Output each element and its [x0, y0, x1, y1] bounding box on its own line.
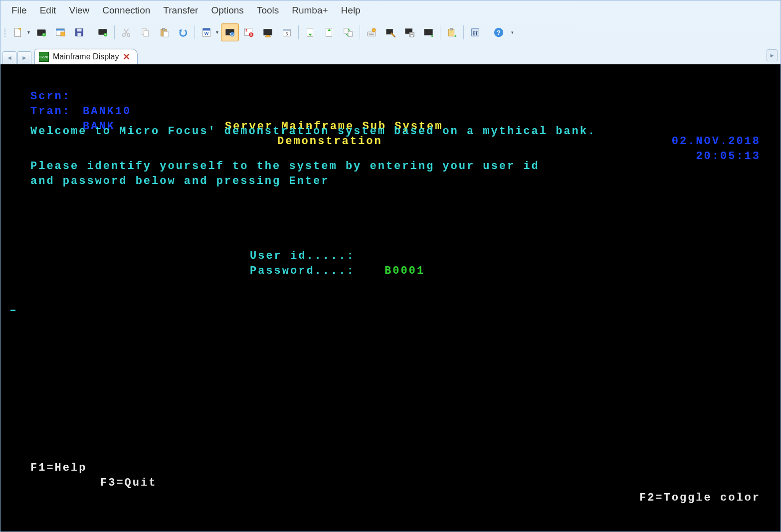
- svg-text:W: W: [204, 31, 209, 36]
- welcome-text: Welcome to Micro Focus' demonstration sy…: [30, 124, 781, 139]
- record-macro-icon[interactable]: 5: [240, 23, 258, 41]
- instruction-line-1: Please identify yourself to the system b…: [30, 159, 781, 174]
- help-icon[interactable]: ?: [490, 23, 508, 41]
- svg-rect-9: [77, 33, 81, 36]
- menu-tools[interactable]: Tools: [251, 3, 285, 17]
- tab-nav-back-icon[interactable]: ◄: [2, 51, 16, 64]
- copy-icon[interactable]: [136, 23, 154, 41]
- screen-designer-icon[interactable]: [382, 23, 399, 41]
- app-window: File Edit View Connection Transfer Optio…: [0, 0, 781, 532]
- menu-transfer[interactable]: Transfer: [157, 3, 204, 17]
- paste-icon[interactable]: [155, 23, 173, 41]
- svg-marker-53: [454, 35, 456, 37]
- password-label: Password....:: [250, 264, 355, 279]
- run-macro-icon[interactable]: [221, 23, 239, 41]
- svg-text:?: ?: [497, 29, 501, 36]
- instruction-line-2: and password below and pressing Enter: [30, 174, 781, 189]
- svg-rect-21: [203, 28, 210, 31]
- terminal-screen[interactable]: Scrn: BANK10 Server Mainframe Sub System…: [0, 65, 781, 532]
- svg-rect-40: [344, 28, 348, 33]
- tab-nav-forward-icon[interactable]: ►: [17, 51, 31, 64]
- cut-icon[interactable]: [117, 23, 135, 41]
- new-document-icon[interactable]: [9, 23, 27, 41]
- terminal-session-icon: 3270: [39, 52, 49, 62]
- tab-scroll-icon[interactable]: ►: [767, 49, 778, 61]
- pfkey-f2: F2=Toggle color: [639, 491, 761, 506]
- svg-rect-17: [162, 28, 165, 30]
- menu-view[interactable]: View: [63, 3, 95, 17]
- terminal-area[interactable]: Scrn: BANK10 Server Mainframe Sub System…: [0, 64, 781, 532]
- schedule-icon[interactable]: 5: [278, 23, 296, 41]
- undo-icon[interactable]: [174, 23, 192, 41]
- print-screen-icon[interactable]: [400, 23, 418, 41]
- svg-rect-18: [164, 31, 168, 37]
- svg-rect-42: [368, 32, 376, 36]
- svg-rect-31: [264, 29, 272, 35]
- svg-rect-52: [450, 28, 453, 30]
- menu-rumba[interactable]: Rumba+: [286, 3, 334, 17]
- word-export-icon[interactable]: W: [197, 23, 215, 41]
- svg-rect-41: [348, 31, 352, 36]
- svg-rect-6: [61, 32, 65, 36]
- capture-icon[interactable]: [419, 23, 437, 41]
- menu-edit[interactable]: Edit: [34, 3, 62, 17]
- menu-bar: File Edit View Connection Transfer Optio…: [0, 0, 781, 21]
- svg-rect-48: [410, 35, 413, 37]
- svg-marker-32: [265, 35, 270, 37]
- toolbar: ▼ W ▼ 5 5: [0, 21, 781, 46]
- menu-file[interactable]: File: [5, 3, 33, 17]
- recent-icon[interactable]: [51, 23, 69, 41]
- tab-mainframe-display[interactable]: 3270 Mainframe Display ✕: [34, 49, 138, 64]
- clipboard-icon[interactable]: [443, 23, 461, 41]
- file-receive-icon[interactable]: [320, 23, 338, 41]
- svg-text:5: 5: [286, 32, 288, 36]
- tran-label: Tran:: [30, 104, 71, 119]
- menu-connection[interactable]: Connection: [96, 3, 156, 17]
- history-icon[interactable]: H: [466, 23, 484, 41]
- connect-icon[interactable]: [94, 23, 112, 41]
- svg-text:5: 5: [250, 33, 252, 36]
- terminal-cursor: [10, 310, 15, 311]
- svg-point-43: [372, 28, 376, 32]
- tab-title: Mainframe Display: [53, 52, 119, 61]
- svg-rect-8: [77, 29, 81, 32]
- menu-options[interactable]: Options: [205, 3, 249, 17]
- open-session-icon[interactable]: [32, 23, 50, 41]
- keyboard-map-icon[interactable]: [363, 23, 381, 41]
- svg-rect-5: [56, 29, 65, 31]
- tab-close-icon[interactable]: ✕: [123, 51, 130, 62]
- new-dropdown-icon[interactable]: ▼: [26, 30, 31, 35]
- menu-help[interactable]: Help: [335, 3, 367, 17]
- svg-rect-15: [144, 30, 148, 36]
- svg-rect-34: [283, 29, 291, 31]
- svg-rect-27: [245, 29, 247, 30]
- pfkey-f3: F3=Quit: [100, 476, 157, 491]
- svg-rect-49: [424, 29, 433, 35]
- transfer-icon[interactable]: [339, 23, 357, 41]
- word-dropdown-icon[interactable]: ▼: [215, 30, 219, 35]
- tab-strip: ◄ ► 3270 Mainframe Display ✕ ►: [0, 46, 781, 64]
- svg-text:H: H: [473, 30, 478, 37]
- save-icon[interactable]: [70, 23, 88, 41]
- toolbar-grip[interactable]: [3, 26, 6, 39]
- svg-rect-28: [245, 30, 247, 31]
- toolbar-overflow-icon[interactable]: ▾: [511, 30, 514, 35]
- macro-icon[interactable]: [259, 23, 277, 41]
- pfkey-f1: F1=Help: [30, 461, 87, 476]
- file-send-icon[interactable]: [301, 23, 319, 41]
